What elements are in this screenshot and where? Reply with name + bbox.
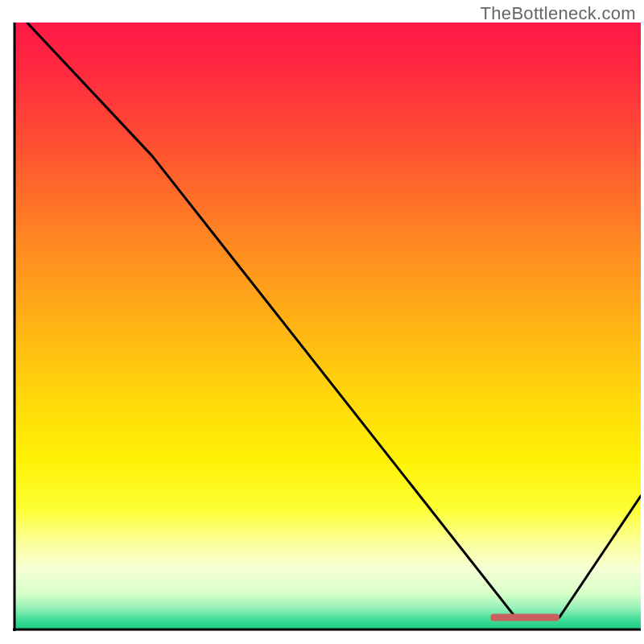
plot-area <box>13 23 641 631</box>
bottleneck-chart: TheBottleneck.com <box>0 0 644 644</box>
gradient-background <box>14 23 641 630</box>
watermark-text: TheBottleneck.com <box>481 3 636 24</box>
chart-svg <box>0 0 644 644</box>
optimal-range-marker <box>490 613 559 621</box>
